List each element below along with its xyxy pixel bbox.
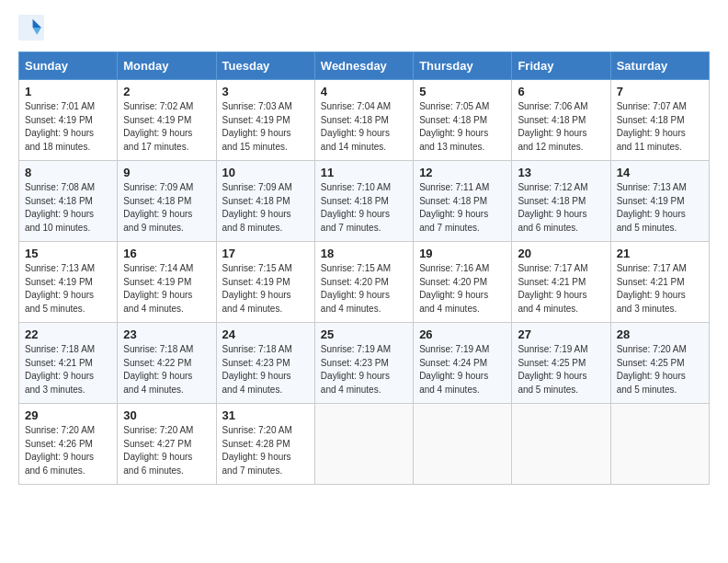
calendar-table: SundayMondayTuesdayWednesdayThursdayFrid… xyxy=(18,52,710,485)
day-number: 23 xyxy=(123,327,210,341)
day-number: 7 xyxy=(617,85,703,98)
calendar-cell: 21 Sunrise: 7:17 AM Sunset: 4:21 PM Dayl… xyxy=(610,242,709,323)
calendar-cell: 25 Sunrise: 7:19 AM Sunset: 4:23 PM Dayl… xyxy=(314,323,413,404)
calendar-cell: 2 Sunrise: 7:02 AM Sunset: 4:19 PM Dayli… xyxy=(118,80,216,161)
calendar-cell xyxy=(414,404,512,485)
cell-info: Sunrise: 7:17 AM Sunset: 4:21 PM Dayligh… xyxy=(518,262,604,316)
day-header-friday: Friday xyxy=(512,52,610,80)
calendar-cell xyxy=(610,404,709,485)
calendar-cell: 15 Sunrise: 7:13 AM Sunset: 4:19 PM Dayl… xyxy=(19,242,118,323)
cell-info: Sunrise: 7:19 AM Sunset: 4:25 PM Dayligh… xyxy=(518,343,604,396)
cell-info: Sunrise: 7:05 AM Sunset: 4:18 PM Dayligh… xyxy=(419,100,506,154)
calendar-cell: 7 Sunrise: 7:07 AM Sunset: 4:18 PM Dayli… xyxy=(610,80,709,161)
day-number: 28 xyxy=(617,327,703,341)
day-header-saturday: Saturday xyxy=(610,52,709,80)
calendar-cell: 24 Sunrise: 7:18 AM Sunset: 4:23 PM Dayl… xyxy=(216,323,314,404)
day-header-thursday: Thursday xyxy=(414,52,512,80)
cell-info: Sunrise: 7:07 AM Sunset: 4:18 PM Dayligh… xyxy=(617,100,703,154)
cell-info: Sunrise: 7:19 AM Sunset: 4:24 PM Dayligh… xyxy=(419,343,506,396)
calendar-cell: 12 Sunrise: 7:11 AM Sunset: 4:18 PM Dayl… xyxy=(414,161,512,242)
calendar-cell: 27 Sunrise: 7:19 AM Sunset: 4:25 PM Dayl… xyxy=(512,323,610,404)
cell-info: Sunrise: 7:09 AM Sunset: 4:18 PM Dayligh… xyxy=(123,181,210,235)
day-number: 15 xyxy=(25,247,111,260)
day-number: 31 xyxy=(222,408,309,422)
cell-info: Sunrise: 7:02 AM Sunset: 4:19 PM Dayligh… xyxy=(123,100,210,154)
calendar-cell: 22 Sunrise: 7:18 AM Sunset: 4:21 PM Dayl… xyxy=(19,323,118,404)
calendar-cell: 14 Sunrise: 7:13 AM Sunset: 4:19 PM Dayl… xyxy=(610,161,709,242)
day-header-wednesday: Wednesday xyxy=(314,52,413,80)
calendar-cell: 17 Sunrise: 7:15 AM Sunset: 4:19 PM Dayl… xyxy=(216,242,314,323)
day-number: 4 xyxy=(321,85,407,98)
cell-info: Sunrise: 7:20 AM Sunset: 4:26 PM Dayligh… xyxy=(25,424,111,477)
cell-info: Sunrise: 7:13 AM Sunset: 4:19 PM Dayligh… xyxy=(25,262,111,316)
cell-info: Sunrise: 7:18 AM Sunset: 4:22 PM Dayligh… xyxy=(123,343,210,396)
day-number: 13 xyxy=(518,166,604,179)
calendar-cell: 6 Sunrise: 7:06 AM Sunset: 4:18 PM Dayli… xyxy=(512,80,610,161)
calendar-cell: 10 Sunrise: 7:09 AM Sunset: 4:18 PM Dayl… xyxy=(216,161,314,242)
day-number: 14 xyxy=(617,166,703,179)
day-number: 10 xyxy=(222,166,309,179)
cell-info: Sunrise: 7:20 AM Sunset: 4:27 PM Dayligh… xyxy=(123,424,210,477)
calendar-cell: 18 Sunrise: 7:15 AM Sunset: 4:20 PM Dayl… xyxy=(314,242,413,323)
day-number: 21 xyxy=(617,247,703,260)
cell-info: Sunrise: 7:18 AM Sunset: 4:21 PM Dayligh… xyxy=(25,343,111,396)
calendar-cell: 26 Sunrise: 7:19 AM Sunset: 4:24 PM Dayl… xyxy=(414,323,512,404)
calendar-cell: 3 Sunrise: 7:03 AM Sunset: 4:19 PM Dayli… xyxy=(216,80,314,161)
day-number: 6 xyxy=(518,85,604,98)
day-header-monday: Monday xyxy=(118,52,216,80)
calendar-cell: 9 Sunrise: 7:09 AM Sunset: 4:18 PM Dayli… xyxy=(118,161,216,242)
cell-info: Sunrise: 7:14 AM Sunset: 4:19 PM Dayligh… xyxy=(123,262,210,316)
day-number: 8 xyxy=(25,166,111,179)
day-number: 9 xyxy=(123,166,210,179)
calendar-cell: 20 Sunrise: 7:17 AM Sunset: 4:21 PM Dayl… xyxy=(512,242,610,323)
calendar-cell: 31 Sunrise: 7:20 AM Sunset: 4:28 PM Dayl… xyxy=(216,404,314,485)
day-header-tuesday: Tuesday xyxy=(216,52,314,80)
day-number: 29 xyxy=(25,408,111,422)
cell-info: Sunrise: 7:08 AM Sunset: 4:18 PM Dayligh… xyxy=(25,181,111,235)
calendar-week-1: 1 Sunrise: 7:01 AM Sunset: 4:19 PM Dayli… xyxy=(19,80,710,161)
calendar-cell: 19 Sunrise: 7:16 AM Sunset: 4:20 PM Dayl… xyxy=(414,242,512,323)
day-number: 16 xyxy=(123,247,210,260)
logo xyxy=(18,15,48,40)
cell-info: Sunrise: 7:15 AM Sunset: 4:20 PM Dayligh… xyxy=(321,262,407,316)
cell-info: Sunrise: 7:10 AM Sunset: 4:18 PM Dayligh… xyxy=(321,181,407,235)
cell-info: Sunrise: 7:20 AM Sunset: 4:25 PM Dayligh… xyxy=(617,343,703,396)
calendar-cell: 16 Sunrise: 7:14 AM Sunset: 4:19 PM Dayl… xyxy=(118,242,216,323)
cell-info: Sunrise: 7:06 AM Sunset: 4:18 PM Dayligh… xyxy=(518,100,604,154)
calendar-cell: 30 Sunrise: 7:20 AM Sunset: 4:27 PM Dayl… xyxy=(118,404,216,485)
page-header xyxy=(18,15,710,40)
cell-info: Sunrise: 7:11 AM Sunset: 4:18 PM Dayligh… xyxy=(419,181,506,235)
calendar-cell: 11 Sunrise: 7:10 AM Sunset: 4:18 PM Dayl… xyxy=(314,161,413,242)
day-number: 19 xyxy=(419,247,506,260)
day-number: 22 xyxy=(25,327,111,341)
calendar-cell: 28 Sunrise: 7:20 AM Sunset: 4:25 PM Dayl… xyxy=(610,323,709,404)
day-number: 27 xyxy=(518,327,604,341)
day-number: 25 xyxy=(321,327,407,341)
cell-info: Sunrise: 7:15 AM Sunset: 4:19 PM Dayligh… xyxy=(222,262,309,316)
day-number: 30 xyxy=(123,408,210,422)
calendar-week-3: 15 Sunrise: 7:13 AM Sunset: 4:19 PM Dayl… xyxy=(19,242,710,323)
cell-info: Sunrise: 7:04 AM Sunset: 4:18 PM Dayligh… xyxy=(321,100,407,154)
calendar-cell xyxy=(314,404,413,485)
day-number: 11 xyxy=(321,166,407,179)
cell-info: Sunrise: 7:18 AM Sunset: 4:23 PM Dayligh… xyxy=(222,343,309,396)
cell-info: Sunrise: 7:19 AM Sunset: 4:23 PM Dayligh… xyxy=(321,343,407,396)
day-number: 5 xyxy=(419,85,506,98)
calendar-cell: 13 Sunrise: 7:12 AM Sunset: 4:18 PM Dayl… xyxy=(512,161,610,242)
calendar-week-5: 29 Sunrise: 7:20 AM Sunset: 4:26 PM Dayl… xyxy=(19,404,710,485)
day-number: 2 xyxy=(123,85,210,98)
calendar-cell: 1 Sunrise: 7:01 AM Sunset: 4:19 PM Dayli… xyxy=(19,80,118,161)
logo-icon xyxy=(18,15,44,40)
calendar-cell xyxy=(512,404,610,485)
calendar-week-2: 8 Sunrise: 7:08 AM Sunset: 4:18 PM Dayli… xyxy=(19,161,710,242)
cell-info: Sunrise: 7:17 AM Sunset: 4:21 PM Dayligh… xyxy=(617,262,703,316)
day-number: 1 xyxy=(25,85,111,98)
cell-info: Sunrise: 7:13 AM Sunset: 4:19 PM Dayligh… xyxy=(617,181,703,235)
day-number: 3 xyxy=(222,85,309,98)
cell-info: Sunrise: 7:01 AM Sunset: 4:19 PM Dayligh… xyxy=(25,100,111,154)
calendar-cell: 8 Sunrise: 7:08 AM Sunset: 4:18 PM Dayli… xyxy=(19,161,118,242)
day-number: 17 xyxy=(222,247,309,260)
cell-info: Sunrise: 7:16 AM Sunset: 4:20 PM Dayligh… xyxy=(419,262,506,316)
day-number: 18 xyxy=(321,247,407,260)
calendar-cell: 5 Sunrise: 7:05 AM Sunset: 4:18 PM Dayli… xyxy=(414,80,512,161)
